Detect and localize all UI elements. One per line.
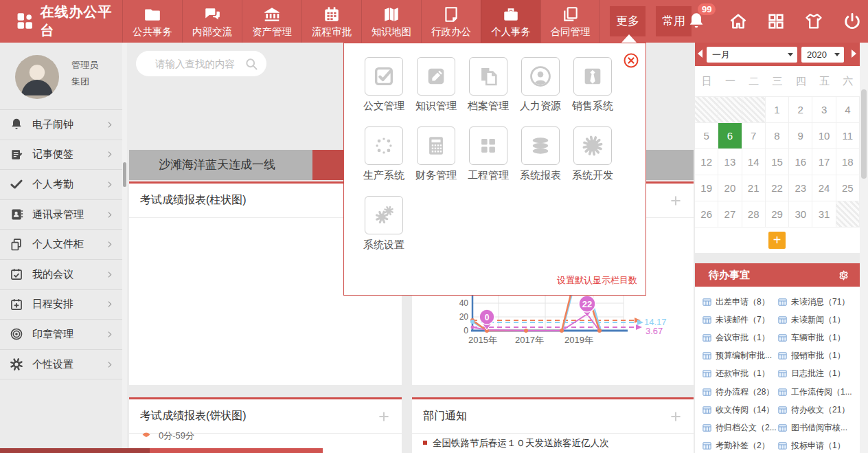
sidebar-scrollbar[interactable]: [122, 43, 127, 453]
calendar-day-17[interactable]: 17: [812, 149, 836, 175]
calendar-day-24[interactable]: 24: [812, 175, 836, 201]
todo-settings-gear-icon[interactable]: [837, 269, 850, 282]
nav-tab-5[interactable]: 知识地图: [361, 0, 421, 43]
nav-tab-4[interactable]: 流程审批: [301, 0, 361, 43]
calendar-day-30[interactable]: 30: [789, 201, 812, 228]
calendar-day-27[interactable]: 27: [718, 201, 742, 228]
nav-tab-2[interactable]: 内部交流: [182, 0, 242, 43]
calendar-day-25[interactable]: 25: [836, 175, 860, 201]
calendar-day-3[interactable]: 3: [812, 97, 836, 123]
sidebar-item-7[interactable]: 日程安排: [0, 290, 122, 320]
page-scrollbar-thumb[interactable]: [861, 89, 867, 179]
avatar[interactable]: [15, 55, 59, 99]
calendar-add-button[interactable]: +: [768, 232, 786, 249]
calendar-day-12[interactable]: 12: [695, 149, 718, 175]
calendar-day-20[interactable]: 20: [718, 175, 742, 201]
todo-item-9[interactable]: 还款审批（1）: [702, 365, 777, 383]
calendar-day-14[interactable]: 14: [742, 149, 766, 175]
nav-tab-6[interactable]: 行政办公: [421, 0, 481, 43]
app-tile-button[interactable]: [417, 57, 455, 96]
calendar-next-arrow[interactable]: [852, 49, 856, 58]
sidebar-item-6[interactable]: 我的会议: [0, 260, 122, 290]
calendar-day-19[interactable]: 19: [695, 175, 718, 201]
todo-item-2[interactable]: 未读消息（71）: [777, 293, 853, 311]
calendar-day-29[interactable]: 29: [766, 201, 789, 228]
sidebar-item-8[interactable]: 印章管理: [0, 320, 122, 350]
calendar-day-8[interactable]: 8: [766, 123, 789, 149]
todo-item-1[interactable]: 出差申请（8）: [702, 293, 777, 311]
calendar-day-5[interactable]: 5: [695, 123, 718, 149]
calendar-day-28[interactable]: 28: [742, 201, 766, 228]
calendar-day-21[interactable]: 21: [742, 175, 766, 201]
calendar-day-10[interactable]: 10: [812, 123, 836, 149]
todo-item-10[interactable]: 日志批注（1）: [777, 365, 853, 383]
app-tile-button[interactable]: [521, 57, 560, 96]
calendar-day-13[interactable]: 13: [718, 149, 742, 175]
calendar-day-26[interactable]: 26: [695, 201, 718, 228]
app-tile-button[interactable]: [521, 126, 560, 165]
todo-item-7[interactable]: 预算编制审批...: [702, 347, 777, 365]
sidebar-item-2[interactable]: 记事便签: [0, 140, 122, 170]
theme-shirt-icon[interactable]: [804, 12, 823, 31]
todo-item-4[interactable]: 未读新闻（1）: [777, 311, 853, 329]
calendar-day-18[interactable]: 18: [836, 149, 860, 175]
todo-item-13[interactable]: 收文传阅（14）: [702, 401, 777, 419]
nav-tab-3[interactable]: 资产管理: [242, 0, 301, 43]
calendar-day-31[interactable]: 31: [812, 201, 836, 228]
search-input[interactable]: [154, 58, 244, 70]
calendar-day-1[interactable]: 1: [766, 97, 789, 123]
todo-item-15[interactable]: 待归档公文（2...: [702, 419, 777, 437]
notice-item[interactable]: 全国铁路节后春运１０天发送旅客近亿人次: [433, 437, 609, 450]
sidebar-item-4[interactable]: 通讯录管理: [0, 200, 122, 230]
logout-power-icon[interactable]: [843, 12, 862, 31]
search-icon[interactable]: [244, 57, 258, 71]
sidebar-item-9[interactable]: 个性设置: [0, 350, 122, 380]
sidebar-item-1[interactable]: 电子闹钟: [0, 110, 122, 140]
todo-item-18[interactable]: 投标申请（1）: [777, 437, 853, 453]
todo-item-12[interactable]: 工作流传阅（1...: [777, 383, 853, 401]
todo-item-17[interactable]: 考勤补签（2）: [702, 437, 777, 453]
calendar-day-4[interactable]: 4: [836, 97, 860, 123]
calendar-day-22[interactable]: 22: [766, 175, 789, 201]
todo-item-16[interactable]: 图书借阅审核...: [777, 419, 853, 437]
calendar-prev-arrow[interactable]: [698, 49, 703, 58]
app-tile-button[interactable]: [417, 126, 455, 165]
sidebar-scrollbar-thumb[interactable]: [123, 162, 126, 187]
calendar-day-7[interactable]: 7: [742, 123, 766, 149]
calendar-year-select[interactable]: 2020: [801, 47, 844, 63]
app-tile-button[interactable]: [573, 57, 612, 96]
calendar-day-9[interactable]: 9: [789, 123, 812, 149]
app-tile-button[interactable]: [469, 126, 507, 165]
todo-item-6[interactable]: 车辆审批（1）: [777, 329, 853, 346]
app-tile-button[interactable]: [469, 57, 507, 96]
more-button[interactable]: 更多: [610, 6, 646, 36]
home-icon[interactable]: [729, 12, 748, 31]
todo-item-14[interactable]: 待办收文（21）: [777, 401, 853, 419]
calendar-day-16[interactable]: 16: [789, 149, 812, 175]
calendar-day-2[interactable]: 2: [789, 97, 812, 123]
app-logo[interactable]: 在线办公平台: [0, 0, 122, 43]
apps-grid-icon[interactable]: [766, 12, 786, 31]
nav-tab-7[interactable]: 个人事务: [481, 0, 540, 43]
set-default-columns-link[interactable]: 设置默认显示栏目数: [557, 274, 637, 287]
todo-item-5[interactable]: 会议审批（1）: [702, 329, 777, 346]
panel-expand-icon[interactable]: [669, 194, 683, 208]
nav-tab-8[interactable]: 合同管理: [540, 0, 600, 43]
nav-tab-1[interactable]: 公共事务: [122, 0, 182, 43]
todo-item-3[interactable]: 未读邮件（7）: [702, 311, 777, 329]
sidebar-item-5[interactable]: 个人文件柜: [0, 230, 122, 260]
calendar-day-23[interactable]: 23: [789, 175, 812, 201]
calendar-day-6[interactable]: 6: [718, 123, 742, 149]
todo-item-8[interactable]: 报销审批（1）: [777, 347, 853, 365]
app-tile-button[interactable]: [365, 196, 403, 234]
sidebar-item-3[interactable]: 个人考勤: [0, 170, 122, 200]
calendar-month-select[interactable]: 一月: [707, 47, 797, 63]
todo-item-11[interactable]: 待办流程（28）: [702, 383, 777, 401]
app-tile-button[interactable]: [365, 57, 403, 96]
app-tile-button[interactable]: [573, 126, 612, 165]
calendar-day-15[interactable]: 15: [766, 149, 789, 175]
app-tile-button[interactable]: [365, 126, 403, 165]
pie-legend-item-1[interactable]: 0分-59分: [139, 430, 194, 442]
panel-expand-icon[interactable]: [377, 410, 391, 423]
calendar-day-11[interactable]: 11: [836, 123, 860, 149]
